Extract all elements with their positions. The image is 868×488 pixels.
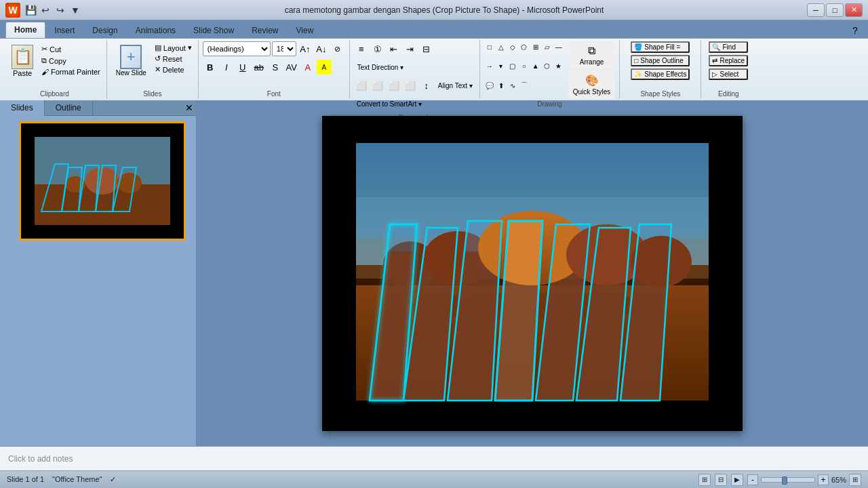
quick-styles-button[interactable]: 🎨 Quick Styles <box>568 70 616 99</box>
shape-octagon-icon[interactable]: ⊞ <box>530 41 541 52</box>
shape-arrow-icon[interactable]: → <box>484 61 495 72</box>
save-button[interactable]: 💾 <box>24 4 37 16</box>
editing-group: 🔍 Find ⇄ Replace ▷ Select Editing <box>701 40 755 99</box>
strikethrough-button[interactable]: ab <box>252 60 267 75</box>
cut-button[interactable]: ✂ Cut <box>39 44 102 54</box>
shape-circle-icon[interactable]: ○ <box>519 61 530 72</box>
sidebar-close-button[interactable]: ✕ <box>185 102 193 113</box>
undo-button[interactable]: ↩ <box>39 4 52 16</box>
decrease-indent-button[interactable]: ⇤ <box>387 41 401 56</box>
shape-hexagon-icon[interactable]: ⬡ <box>542 61 553 72</box>
shape-triangle-icon[interactable]: ▲ <box>530 61 541 72</box>
slide-1-thumbnail[interactable] <box>19 121 186 241</box>
shape-rectangle-icon[interactable]: □ <box>484 41 495 52</box>
numbering-button[interactable]: ① <box>370 41 385 56</box>
shape-more-icon[interactable]: ▾ <box>496 61 507 72</box>
notes-area[interactable]: Click to add notes <box>0 446 868 470</box>
spellcheck-icon: ✓ <box>110 475 116 484</box>
shape-curve-icon[interactable]: ⌒ <box>519 80 530 91</box>
ribbon-tabs: Home Insert Design Animations Slide Show… <box>0 20 868 38</box>
zoom-in-button[interactable]: + <box>818 474 829 485</box>
tab-slideshow[interactable]: Slide Show <box>184 22 243 38</box>
customize-qa-button[interactable]: ▼ <box>69 4 81 16</box>
columns-button[interactable]: ⊟ <box>419 41 434 56</box>
zoom-thumb[interactable] <box>782 476 787 485</box>
status-bar: Slide 1 of 1 "Office Theme" ✓ ⊞ ⊟ ▶ - + … <box>0 470 868 488</box>
tab-home[interactable]: Home <box>5 22 45 38</box>
minimize-button[interactable]: ─ <box>807 3 825 17</box>
tab-view[interactable]: View <box>288 22 323 38</box>
char-spacing-button[interactable]: AV <box>284 60 299 75</box>
increase-indent-button[interactable]: ⇥ <box>403 41 418 56</box>
copy-button[interactable]: ⧉ Copy <box>39 56 102 66</box>
bold-button[interactable]: B <box>203 60 218 75</box>
replace-button[interactable]: ⇄ Replace <box>709 55 748 66</box>
shape-line-icon[interactable]: — <box>553 41 564 52</box>
sidebar-tab-outline[interactable]: Outline <box>45 100 93 115</box>
delete-button[interactable]: ✕ Delete <box>153 64 194 75</box>
shape-outline-button[interactable]: □ Shape Outline <box>631 55 690 66</box>
shadow-button[interactable]: S <box>268 60 283 75</box>
shape-callout-icon[interactable]: 💬 <box>484 80 495 91</box>
slide-1-thumb-inner <box>21 123 184 239</box>
layout-button[interactable]: ▤ Layout ▾ <box>153 43 194 53</box>
format-painter-button[interactable]: 🖌 Format Painter <box>39 67 102 77</box>
reset-button[interactable]: ↺ Reset <box>153 54 194 64</box>
increase-font-button[interactable]: A↑ <box>298 41 313 56</box>
shape-rounded-icon[interactable]: ▢ <box>507 61 518 72</box>
tab-design[interactable]: Design <box>83 22 126 38</box>
shape-pentagon-icon[interactable]: ⬠ <box>519 41 530 52</box>
shape-diamond-icon[interactable]: ◇ <box>507 41 518 52</box>
close-button[interactable]: ✕ <box>845 3 863 17</box>
fit-to-window-button[interactable]: ⊞ <box>849 474 861 486</box>
tab-animations[interactable]: Animations <box>127 22 184 38</box>
sidebar-tab-slides[interactable]: Slides <box>0 100 45 116</box>
shape-up-arrow-icon[interactable]: ⬆ <box>496 80 507 91</box>
help-button[interactable]: ? <box>848 23 863 38</box>
text-direction-button[interactable]: Text Direction ▾ <box>354 60 407 75</box>
office-logo-icon[interactable]: W <box>5 3 20 18</box>
tab-insert[interactable]: Insert <box>45 22 83 38</box>
slide-info: Slide 1 of 1 <box>7 475 44 484</box>
maximize-button[interactable]: □ <box>826 3 844 17</box>
view-slide-sorter-button[interactable]: ⊟ <box>715 474 727 486</box>
zoom-out-button[interactable]: - <box>747 474 758 485</box>
tab-review[interactable]: Review <box>243 22 287 38</box>
shape-fill-button[interactable]: 🪣 Shape Fill = <box>631 41 690 53</box>
new-slide-button[interactable]: + New Slide <box>111 41 151 80</box>
window-title: cara memotong gambar dengan Shapes (Crop… <box>81 5 807 15</box>
slide-canvas[interactable] <box>322 116 743 431</box>
smartart-button[interactable]: Convert to SmartArt ▾ <box>354 96 425 111</box>
shape-star-icon[interactable]: ★ <box>553 61 564 72</box>
align-center-button[interactable]: ⬜ <box>370 78 385 93</box>
highlight-button[interactable]: A <box>317 60 332 75</box>
zoom-slider[interactable] <box>761 477 815 483</box>
justify-button[interactable]: ⬜ <box>403 78 418 93</box>
view-slideshow-button[interactable]: ▶ <box>731 474 743 486</box>
shape-extra-icon[interactable]: ∿ <box>507 80 518 91</box>
align-text-button[interactable]: Align Text ▾ <box>435 78 475 93</box>
shape-right-triangle-icon[interactable]: △ <box>496 41 507 52</box>
align-left-button[interactable]: ⬜ <box>354 78 369 93</box>
bullets-button[interactable]: ≡ <box>354 41 369 56</box>
view-normal-button[interactable]: ⊞ <box>698 474 711 486</box>
font-color-button[interactable]: A <box>300 60 315 75</box>
shape-parallelogram-icon[interactable]: ▱ <box>542 41 553 52</box>
canvas-area[interactable] <box>197 100 868 446</box>
font-size-select[interactable]: 18 <box>272 41 296 56</box>
para-row-1: ≡ ① ⇤ ⇥ ⊟ <box>354 41 475 56</box>
find-button[interactable]: 🔍 Find <box>709 41 748 53</box>
shape-effects-button[interactable]: ✨ Shape Effects <box>631 68 690 80</box>
select-icon: ▷ <box>712 70 717 78</box>
font-name-select[interactable]: (Headings) <box>203 41 271 56</box>
decrease-font-button[interactable]: A↓ <box>314 41 329 56</box>
arrange-button[interactable]: ⧉ Arrange <box>568 41 616 69</box>
italic-button[interactable]: I <box>219 60 234 75</box>
select-button[interactable]: ▷ Select <box>709 68 748 80</box>
clear-format-button[interactable]: ⊘ <box>330 41 345 56</box>
underline-button[interactable]: U <box>235 60 250 75</box>
align-right-button[interactable]: ⬜ <box>387 78 401 93</box>
line-spacing-button[interactable]: ↕ <box>419 78 434 93</box>
paste-button[interactable]: 📋 Paste <box>7 41 38 81</box>
redo-button[interactable]: ↪ <box>54 4 66 16</box>
